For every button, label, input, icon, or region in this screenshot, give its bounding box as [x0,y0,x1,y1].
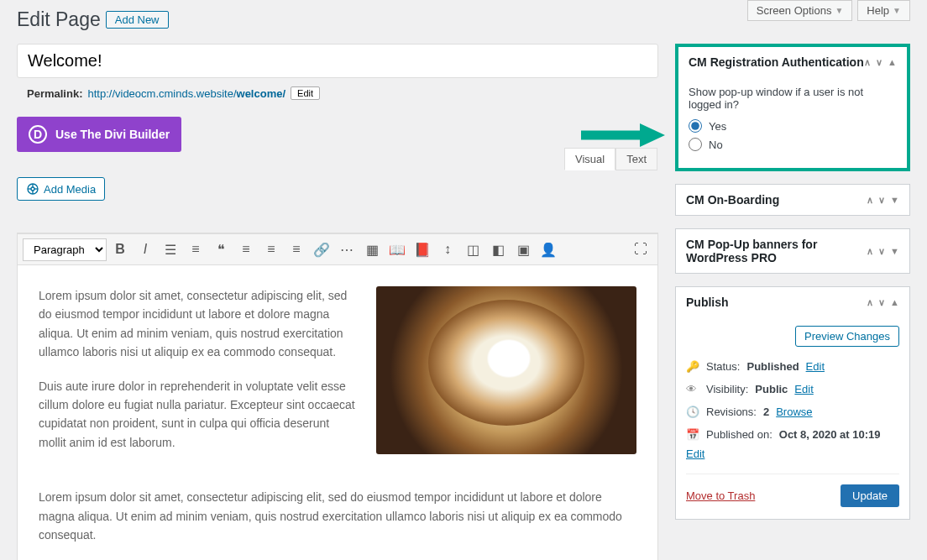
eye-icon: 👁 [686,383,699,395]
calendar-icon: 📅 [686,428,699,441]
toggle-toolbar-button[interactable]: ▦ [360,238,384,261]
plugin3-icon[interactable]: ↕ [436,238,459,261]
divi-icon: D [29,125,47,144]
move-up-icon[interactable]: ∧ [867,246,873,257]
revisions-count: 2 [763,406,769,418]
status-label: Status: [706,360,740,373]
media-icon [26,182,39,196]
edit-permalink-button[interactable]: Edit [291,86,320,100]
metabox-title: CM Pop-Up banners for WordPress PRO [686,238,867,264]
visibility-label: Visibility: [706,383,748,395]
metabox-title: CM Registration Authentication [689,55,864,69]
move-down-icon[interactable]: ∨ [878,195,885,206]
readmore-button[interactable]: ⋯ [335,238,359,261]
plugin4-icon[interactable]: ◫ [461,238,484,261]
key-icon: 🔑 [686,360,699,373]
toggle-icon[interactable]: ▲ [888,57,897,68]
screen-options-button[interactable]: Screen Options ▼ [747,0,853,21]
toggle-icon[interactable]: ▼ [890,246,899,257]
cm-reg-question: Show pop-up window if a user is not logg… [689,86,897,111]
page-title: Edit Page [17,8,101,31]
align-center-button[interactable]: ≡ [259,238,283,261]
post-title-input[interactable] [17,44,658,78]
help-label: Help [867,4,889,17]
link-button[interactable]: 🔗 [310,238,333,261]
update-button[interactable]: Update [841,484,899,507]
plugin1-icon[interactable]: 📖 [385,238,409,261]
edit-status-link[interactable]: Edit [806,360,825,373]
divi-builder-button[interactable]: D Use The Divi Builder [17,117,181,152]
published-label: Published on: [706,428,772,441]
metabox-title: CM On-Boarding [686,193,867,207]
plugin2-icon[interactable]: 📕 [411,238,434,261]
caret-down-icon: ▼ [893,6,901,15]
content-p2: Duis aute irure dolor in reprehenderit i… [39,377,355,453]
ordered-list-button[interactable]: ≡ [184,238,207,261]
plugin6-icon[interactable]: ▣ [511,238,535,261]
content-p1: Lorem ipsum dolor sit amet, consectetur … [39,286,355,362]
revisions-label: Revisions: [706,406,757,418]
editor-toolbar: Paragraph B I ☰ ≡ ❝ ≡ ≡ ≡ 🔗 ⋯ ▦ 📖 📕 [18,233,657,265]
move-up-icon[interactable]: ∧ [867,195,873,206]
revisions-icon: 🕓 [686,406,699,418]
edit-date-link[interactable]: Edit [686,447,899,460]
move-down-icon[interactable]: ∨ [878,297,885,308]
divi-label: Use The Divi Builder [55,128,170,141]
metabox-cm-registration: CM Registration Authentication ∧ ∨ ▲ Sho… [675,44,910,171]
align-right-button[interactable]: ≡ [285,238,308,261]
visibility-value: Public [755,383,788,395]
italic-button[interactable]: I [134,238,157,261]
move-up-icon[interactable]: ∧ [864,57,871,68]
align-left-button[interactable]: ≡ [234,238,258,261]
preview-changes-button[interactable]: Preview Changes [795,326,899,347]
fullscreen-button[interactable]: ⛶ [629,238,652,261]
metabox-cm-onboarding: CM On-Boarding ∧ ∨ ▼ [675,184,910,216]
permalink-row: Permalink: http://videocm.cminds.website… [27,86,658,100]
screen-options-label: Screen Options [757,4,832,17]
metabox-title: Publish [686,296,867,309]
tab-text[interactable]: Text [615,148,657,170]
caret-down-icon: ▼ [835,6,843,15]
help-button[interactable]: Help ▼ [857,0,910,21]
toggle-icon[interactable]: ▲ [890,297,899,308]
plugin7-icon[interactable]: 👤 [537,238,560,261]
svg-point-1 [31,187,34,191]
permalink-link[interactable]: http://videocm.cminds.website/welcome/ [87,87,285,100]
add-new-button[interactable]: Add New [106,11,169,29]
content-p3: Lorem ipsum dolor sit amet, consectetur … [39,488,636,544]
move-up-icon[interactable]: ∧ [867,297,873,308]
radio-no[interactable]: No [689,138,897,151]
move-down-icon[interactable]: ∨ [878,246,885,257]
browse-revisions-link[interactable]: Browse [776,406,812,418]
edit-visibility-link[interactable]: Edit [794,383,813,395]
tab-visual[interactable]: Visual [564,148,615,170]
move-to-trash-link[interactable]: Move to Trash [686,489,755,502]
published-value: Oct 8, 2020 at 10:19 [779,428,881,441]
content-image [376,286,636,454]
plugin5-icon[interactable]: ◧ [486,238,510,261]
quote-button[interactable]: ❝ [209,238,233,261]
format-select[interactable]: Paragraph [23,238,107,261]
permalink-label: Permalink: [27,87,82,100]
toggle-icon[interactable]: ▼ [890,195,899,206]
editor-content[interactable]: Lorem ipsum dolor sit amet, consectetur … [18,265,657,488]
move-down-icon[interactable]: ∨ [876,57,882,68]
metabox-publish: Publish ∧ ∨ ▲ Preview Changes 🔑 Status: … [675,286,910,520]
radio-yes[interactable]: Yes [689,119,897,133]
bullet-list-button[interactable]: ☰ [159,238,182,261]
bold-button[interactable]: B [108,238,132,261]
metabox-cm-popup: CM Pop-Up banners for WordPress PRO ∧ ∨ … [675,228,910,274]
add-media-button[interactable]: Add Media [17,177,105,201]
status-value: Published [746,360,799,373]
